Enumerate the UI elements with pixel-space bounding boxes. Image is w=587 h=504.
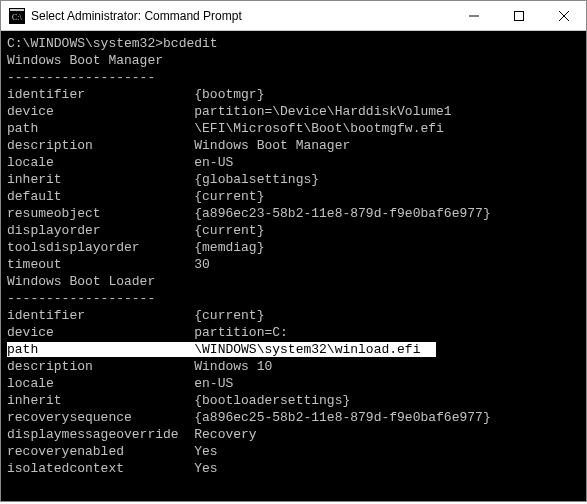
- section-boot-loader: Windows Boot Loader: [7, 273, 580, 290]
- svg-rect-1: [10, 9, 24, 11]
- bl-row-7: displaymessageoverride Recovery: [7, 426, 580, 443]
- svg-text:C:\: C:\: [12, 13, 23, 22]
- terminal-output[interactable]: C:\WINDOWS\system32>bcdeditWindows Boot …: [1, 31, 586, 501]
- bl-row-4: locale en-US: [7, 375, 580, 392]
- bl-row-5: inherit {bootloadersettings}: [7, 392, 580, 409]
- bm-row-6: default {current}: [7, 188, 580, 205]
- bl-row-0: identifier {current}: [7, 307, 580, 324]
- svg-rect-4: [514, 11, 523, 20]
- bl-row-2-highlighted: path \WINDOWS\system32\winload.efi: [7, 341, 580, 358]
- bm-row-0: identifier {bootmgr}: [7, 86, 580, 103]
- bl-row-8: recoveryenabled Yes: [7, 443, 580, 460]
- bm-row-5: inherit {globalsettings}: [7, 171, 580, 188]
- prompt-line: C:\WINDOWS\system32>bcdedit: [7, 35, 580, 52]
- bl-row-9: isolatedcontext Yes: [7, 460, 580, 477]
- titlebar[interactable]: C:\ Select Administrator: Command Prompt: [1, 1, 586, 31]
- bl-row-1: device partition=C:: [7, 324, 580, 341]
- window-buttons: [451, 1, 586, 30]
- bm-row-8: displayorder {current}: [7, 222, 580, 239]
- bl-row-6: recoverysequence {a896ec25-58b2-11e8-879…: [7, 409, 580, 426]
- window-title: Select Administrator: Command Prompt: [31, 9, 451, 23]
- command-prompt-window: C:\ Select Administrator: Command Prompt…: [0, 0, 587, 502]
- bm-row-1: device partition=\Device\HarddiskVolume1: [7, 103, 580, 120]
- bm-row-2: path \EFI\Microsoft\Boot\bootmgfw.efi: [7, 120, 580, 137]
- cmd-icon: C:\: [9, 8, 25, 24]
- bm-row-10: timeout 30: [7, 256, 580, 273]
- bl-row-3: description Windows 10: [7, 358, 580, 375]
- close-button[interactable]: [541, 1, 586, 30]
- minimize-button[interactable]: [451, 1, 496, 30]
- section-boot-manager: Windows Boot Manager: [7, 52, 580, 69]
- bm-row-4: locale en-US: [7, 154, 580, 171]
- bm-row-7: resumeobject {a896ec23-58b2-11e8-879d-f9…: [7, 205, 580, 222]
- bm-row-3: description Windows Boot Manager: [7, 137, 580, 154]
- bm-row-9: toolsdisplayorder {memdiag}: [7, 239, 580, 256]
- maximize-button[interactable]: [496, 1, 541, 30]
